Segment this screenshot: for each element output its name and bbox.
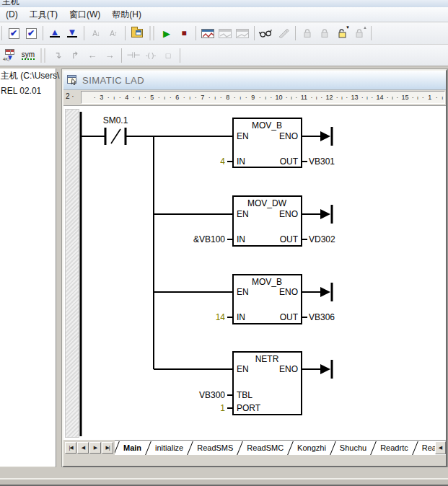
instruction-block-mov-b-1[interactable]: MOV_B EN ENO 4 IN OUT VB301 [220,118,335,167]
toolbar-grip [149,26,154,40]
svg-text:MOV_DW: MOV_DW [247,198,287,208]
lad-window-icon [67,75,78,85]
tab-nav-buttons: |◀ ◀ ▶ ▶| [63,440,115,455]
compile-all-icon[interactable]: ✔ [22,25,40,42]
ruler-segment: ·9·ı [243,92,268,103]
toolbar-separator [1,26,2,40]
lad-window-titlebar[interactable]: SIMATIC LAD [63,71,446,90]
compile-icon[interactable]: ✔ [5,25,22,42]
program-status-icon[interactable] [199,25,216,42]
tab-main[interactable]: Main [118,441,146,455]
toolbar-separator [180,48,180,63]
ruler-segment: ·8·ı [218,92,243,103]
pou-tabs: Main initialize ReadSMS ReadSMC Kongzhi … [115,440,446,455]
rung-arrow [320,131,330,141]
symbolic-addressing-icon[interactable]: sym [19,47,37,63]
toolbar-separator [84,26,84,40]
rung-arrow [320,209,330,219]
tab-kongzhi[interactable]: Kongzhi [292,441,331,455]
svg-text:4: 4 [220,156,225,167]
project-tree-panel[interactable]: 主机 (C:\Users\ REL 02.01 ▶ [0,69,56,478]
ruler-segment: ·1·ı [420,92,445,103]
project-root-node[interactable]: 主机 (C:\Users\ [1,70,59,82]
svg-text:PORT: PORT [237,403,261,413]
tab-first-button[interactable]: |◀ [65,442,76,454]
svg-text:SM0.1: SM0.1 [103,115,128,125]
upload-icon[interactable]: ▲ [46,25,63,42]
chart-status-icon [216,25,234,42]
lad-editor-window: SIMATIC LAD 2 · ·3·ı·4·ı·5·ı·6·ı·7·ı·8·ı… [62,69,447,467]
address-table-icon[interactable]: ▼ 4K) [2,47,19,63]
ruler-segment: ·11·ı [294,92,319,103]
run-icon[interactable]: ▶ [158,25,175,42]
ruler-origin: 2 · [63,90,81,105]
tab-prev-button[interactable]: ◀ [77,442,89,454]
tab-readsms[interactable]: ReadSMS [192,441,238,455]
trend-view-icon [234,25,251,42]
coil-icon: -( )- [142,47,159,63]
menu-item-debug[interactable]: (D) [0,8,24,21]
tab-readsmc[interactable]: ReadSMC [242,441,289,455]
ladder-network: SM0.1 MOV_B EN ENO 4 IN OUT VB301 [63,106,446,440]
svg-text:&VB100: &VB100 [193,234,225,244]
toolbar-separator [371,26,372,40]
menu-item-window[interactable]: 窗口(W) [63,7,106,22]
nc-slash [111,129,120,143]
svg-text:ENO: ENO [279,209,298,219]
svg-text:EN: EN [237,364,249,374]
line-right-icon: → [101,47,118,63]
svg-text:EN: EN [237,131,249,141]
tab-initialize[interactable]: initialize [150,441,188,455]
window-titlebar: 主机 [0,0,448,7]
pou-tab-strip: |◀ ◀ ▶ ▶| Main initialize ReadSMS ReadSM… [63,440,446,455]
cpu-node[interactable]: REL 02.01 [1,86,41,96]
ruler-segment: ·12·ı [319,92,344,103]
ruler-strip: ·3·ı·4·ı·5·ı·6·ı·7·ı·8·ı·9·ı·10·ı·11·ı·1… [81,91,445,104]
svg-text:OUT: OUT [280,234,299,244]
toolbar-separator [125,26,126,40]
ruler-segment: ·15·ı [395,92,420,103]
stop-icon[interactable]: ■ [175,25,193,42]
svg-text:VB306: VB306 [309,312,335,322]
instruction-block-netr[interactable]: NETR EN ENO VB300 TBL 1 PORT [199,352,332,415]
svg-text:IN: IN [237,156,245,167]
rung-arrow [320,364,330,374]
toolbar-separator [254,26,255,40]
svg-text:IN: IN [237,312,245,322]
tab-scroll-left-button[interactable]: ◀ [435,441,446,454]
ruler-segment: ·7·ı [193,92,218,103]
instruction-block-mov-b-2[interactable]: MOV_B EN ENO 14 IN OUT VB306 [216,275,335,324]
svg-text:EN: EN [237,287,249,297]
bottom-frame [0,467,448,478]
tab-readrtc[interactable]: Readrtc [375,441,413,455]
line-up-icon: ↱ [66,47,84,63]
tab-last-button[interactable]: ▶| [102,442,113,454]
svg-text:VD302: VD302 [309,234,335,244]
lad-canvas[interactable]: SM0.1 MOV_B EN ENO 4 IN OUT VB301 [63,105,446,440]
svg-text:MOV_B: MOV_B [252,277,282,287]
tab-next-button[interactable]: ▶ [89,442,101,454]
options-window-icon[interactable] [128,25,146,42]
ruler-segment: ·6·ı [167,92,193,103]
line-left-icon: ← [84,47,101,63]
tab-shuchu[interactable]: Shuchu [335,441,372,455]
status-monitor-glasses-icon[interactable] [258,25,275,42]
svg-text:1: 1 [220,403,225,413]
instruction-block-mov-dw[interactable]: MOV_DW EN ENO &VB100 IN OUT VD302 [193,196,335,246]
lad-ruler: 2 · ·3·ı·4·ı·5·ı·6·ı·7·ı·8·ı·9·ı·10·ı·11… [63,90,446,105]
svg-text:IN: IN [237,234,245,244]
lad-window-title: SIMATIC LAD [82,75,144,86]
unlock-yellow-icon[interactable]: ▼ [333,25,351,42]
ruler-segment: ·5·ı [142,92,167,103]
contact-sm01[interactable]: SM0.1 [103,115,128,145]
toolbar-separator [43,26,43,40]
rung-arrow [320,287,330,297]
lock-up-icon: ▲ [351,25,368,42]
download-icon[interactable]: ▼ [63,25,81,42]
toolbar-separator [196,26,196,40]
menu-item-tools[interactable]: 工具(T) [24,7,63,22]
menu-bar: (D) 工具(T) 窗口(W) 帮助(H) [0,7,448,22]
toolbar-main: ✔ ✔ ▲ ▼ A↓ A↑ ▶ ■ [0,22,448,45]
svg-text:VB301: VB301 [309,156,335,167]
menu-item-help[interactable]: 帮助(H) [106,7,147,22]
